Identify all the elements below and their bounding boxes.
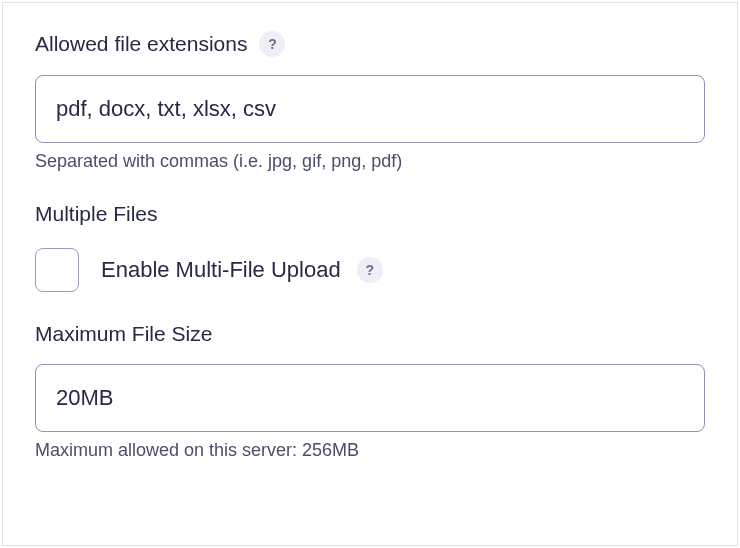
multi-file-label-row: Enable Multi-File Upload ? (101, 257, 383, 283)
allowed-extensions-label-row: Allowed file extensions ? (35, 31, 705, 57)
max-file-size-label-row: Maximum File Size (35, 322, 705, 346)
multiple-files-group: Multiple Files Enable Multi-File Upload … (35, 202, 705, 292)
allowed-extensions-input[interactable] (35, 75, 705, 143)
multiple-files-heading: Multiple Files (35, 202, 705, 226)
multi-file-checkbox-row: Enable Multi-File Upload ? (35, 248, 705, 292)
help-icon[interactable]: ? (259, 31, 285, 57)
max-file-size-group: Maximum File Size Maximum allowed on thi… (35, 322, 705, 461)
allowed-extensions-group: Allowed file extensions ? Separated with… (35, 31, 705, 172)
help-icon[interactable]: ? (357, 257, 383, 283)
max-file-size-input[interactable] (35, 364, 705, 432)
multi-file-checkbox-label: Enable Multi-File Upload (101, 257, 341, 283)
allowed-extensions-label: Allowed file extensions (35, 32, 247, 56)
settings-panel: Allowed file extensions ? Separated with… (2, 2, 738, 546)
max-file-size-label: Maximum File Size (35, 322, 212, 346)
max-file-size-helper: Maximum allowed on this server: 256MB (35, 440, 705, 461)
allowed-extensions-helper: Separated with commas (i.e. jpg, gif, pn… (35, 151, 705, 172)
multi-file-checkbox[interactable] (35, 248, 79, 292)
